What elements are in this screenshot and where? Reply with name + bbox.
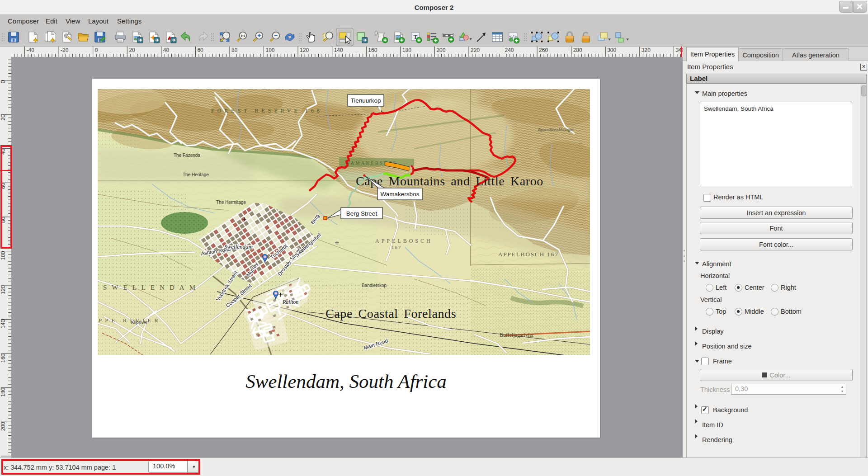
svg-text:APPELBOSCH 167: APPELBOSCH 167	[498, 251, 559, 258]
svg-text:100: 100	[266, 47, 275, 53]
svg-text:300: 300	[607, 47, 616, 53]
svg-text:240: 240	[505, 47, 514, 53]
svg-text:140: 140	[334, 47, 343, 53]
svg-text:Cape Mountains and Little Karo: Cape Mountains and Little Karoo	[356, 174, 543, 188]
svg-text:Tienuurkop: Tienuurkop	[350, 97, 381, 104]
svg-text:The Heritage: The Heritage	[183, 172, 209, 177]
svg-text:0: 0	[95, 47, 98, 53]
svg-text:-40: -40	[27, 47, 35, 53]
svg-text:80: 80	[231, 47, 238, 53]
svg-text:160: 160	[0, 353, 6, 363]
svg-text:Berg Street: Berg Street	[346, 210, 377, 217]
svg-text:200: 200	[436, 47, 445, 53]
svg-text:SWELLENDAM: SWELLENDAM	[103, 284, 200, 291]
svg-text:20: 20	[0, 114, 6, 121]
svg-text:40: 40	[163, 47, 170, 53]
svg-text:20: 20	[129, 47, 135, 53]
svg-text:Wamakersbos: Wamakersbos	[381, 191, 420, 198]
svg-text:200: 200	[0, 422, 6, 431]
svg-text:The Hermitage: The Hermitage	[216, 200, 246, 205]
svg-text:Railton: Railton	[282, 299, 298, 305]
svg-text:280: 280	[573, 47, 582, 53]
svg-text:Bandietskop: Bandietskop	[362, 283, 387, 288]
svg-text:PPE RIVIER: PPE RIVIER	[99, 317, 161, 324]
svg-text:160: 160	[368, 47, 377, 53]
svg-text:Buffeljagsrivier: Buffeljagsrivier	[500, 332, 534, 338]
svg-text:Cape Coastal Forelands: Cape Coastal Forelands	[326, 306, 456, 320]
svg-text:-20: -20	[61, 47, 69, 53]
svg-text:FOREST RESERVE 168: FOREST RESERVE 168	[211, 108, 323, 114]
svg-text:60: 60	[197, 47, 203, 53]
svg-text:0: 0	[0, 80, 6, 83]
svg-text:1:1: 1:1	[241, 34, 245, 38]
svg-text:100: 100	[0, 251, 6, 260]
svg-text:320: 320	[642, 47, 651, 53]
svg-text:167: 167	[392, 245, 402, 250]
svg-text:180: 180	[0, 387, 6, 396]
svg-text:180: 180	[402, 47, 411, 53]
svg-text:APPELBOSCH: APPELBOSCH	[375, 238, 433, 244]
svg-text:Sparreboschhoogte: Sparreboschhoogte	[538, 127, 574, 132]
svg-text:120: 120	[300, 47, 309, 53]
svg-text:Swellendam: Swellendam	[224, 243, 253, 250]
svg-text:The Fazenda: The Fazenda	[174, 153, 200, 158]
svg-text:260: 260	[539, 47, 548, 53]
svg-text:220: 220	[471, 47, 480, 53]
svg-text:120: 120	[0, 285, 6, 294]
svg-text:140: 140	[0, 319, 6, 328]
